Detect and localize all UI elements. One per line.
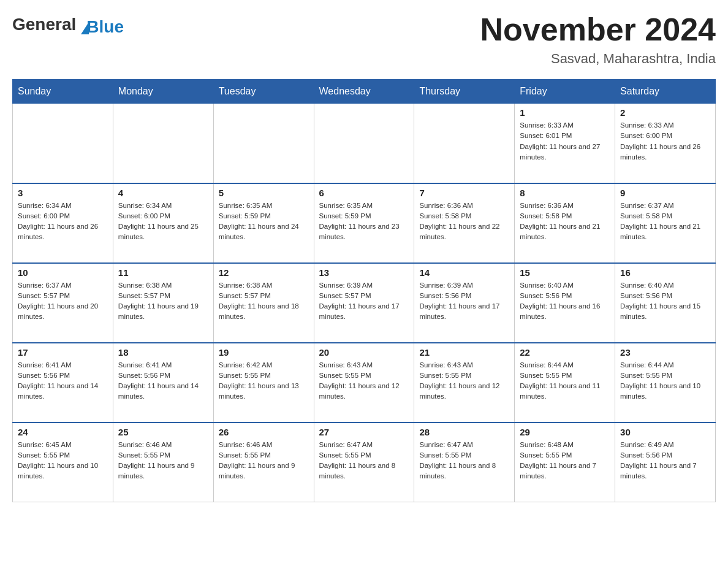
day-info: Sunrise: 6:49 AM Sunset: 5:56 PM Dayligh…	[620, 440, 710, 482]
day-number: 2	[620, 107, 710, 118]
logo-blue: Blue	[86, 17, 124, 37]
day-number: 19	[219, 347, 309, 358]
day-number: 11	[118, 267, 208, 278]
day-number: 25	[118, 427, 208, 437]
day-info: Sunrise: 6:36 AM Sunset: 5:58 PM Dayligh…	[419, 201, 509, 243]
day-info: Sunrise: 6:43 AM Sunset: 5:55 PM Dayligh…	[419, 360, 509, 402]
calendar-cell	[113, 104, 213, 183]
day-info: Sunrise: 6:38 AM Sunset: 5:57 PM Dayligh…	[219, 280, 309, 323]
day-info: Sunrise: 6:43 AM Sunset: 5:55 PM Dayligh…	[319, 360, 409, 402]
day-info: Sunrise: 6:47 AM Sunset: 5:55 PM Dayligh…	[319, 440, 409, 482]
calendar-day-header: Saturday	[615, 80, 716, 104]
day-info: Sunrise: 6:33 AM Sunset: 6:01 PM Dayligh…	[520, 120, 610, 163]
day-info: Sunrise: 6:36 AM Sunset: 5:58 PM Dayligh…	[520, 201, 610, 243]
calendar-cell: 19Sunrise: 6:42 AM Sunset: 5:55 PM Dayli…	[213, 343, 314, 423]
day-number: 6	[319, 188, 409, 198]
calendar-cell: 11Sunrise: 6:38 AM Sunset: 5:57 PM Dayli…	[113, 263, 213, 343]
day-number: 5	[219, 188, 309, 198]
calendar-cell: 7Sunrise: 6:36 AM Sunset: 5:58 PM Daylig…	[414, 183, 515, 263]
day-info: Sunrise: 6:35 AM Sunset: 5:59 PM Dayligh…	[219, 201, 309, 243]
calendar-cell: 2Sunrise: 6:33 AM Sunset: 6:00 PM Daylig…	[615, 104, 716, 183]
day-number: 26	[219, 427, 309, 437]
day-number: 20	[319, 347, 409, 358]
calendar-cell: 18Sunrise: 6:41 AM Sunset: 5:56 PM Dayli…	[113, 343, 213, 423]
day-number: 13	[319, 267, 409, 278]
calendar-cell: 6Sunrise: 6:35 AM Sunset: 5:59 PM Daylig…	[314, 183, 414, 263]
day-number: 10	[18, 267, 108, 278]
calendar-cell: 17Sunrise: 6:41 AM Sunset: 5:56 PM Dayli…	[13, 343, 113, 423]
calendar-cell	[213, 104, 314, 183]
day-info: Sunrise: 6:46 AM Sunset: 5:55 PM Dayligh…	[219, 440, 309, 482]
logo-general: General	[12, 15, 76, 34]
calendar-cell: 23Sunrise: 6:44 AM Sunset: 5:55 PM Dayli…	[615, 343, 716, 423]
calendar-cell: 12Sunrise: 6:38 AM Sunset: 5:57 PM Dayli…	[213, 263, 314, 343]
day-number: 4	[118, 188, 208, 198]
day-info: Sunrise: 6:39 AM Sunset: 5:56 PM Dayligh…	[419, 280, 509, 323]
calendar-week-row: 3Sunrise: 6:34 AM Sunset: 6:00 PM Daylig…	[13, 183, 716, 263]
day-number: 17	[18, 347, 108, 358]
day-info: Sunrise: 6:41 AM Sunset: 5:56 PM Dayligh…	[118, 360, 208, 402]
day-info: Sunrise: 6:47 AM Sunset: 5:55 PM Dayligh…	[419, 440, 509, 482]
day-number: 29	[520, 427, 610, 437]
calendar-cell: 27Sunrise: 6:47 AM Sunset: 5:55 PM Dayli…	[314, 423, 414, 502]
calendar-table: SundayMondayTuesdayWednesdayThursdayFrid…	[12, 79, 716, 502]
title-section: November 2024 Sasvad, Maharashtra, India	[480, 12, 716, 67]
day-number: 30	[620, 427, 710, 437]
day-info: Sunrise: 6:37 AM Sunset: 5:57 PM Dayligh…	[18, 280, 108, 323]
calendar-header-row: SundayMondayTuesdayWednesdayThursdayFrid…	[13, 80, 716, 104]
calendar-cell	[13, 104, 113, 183]
calendar-day-header: Tuesday	[213, 80, 314, 104]
calendar-day-header: Friday	[515, 80, 615, 104]
day-number: 16	[620, 267, 710, 278]
day-info: Sunrise: 6:38 AM Sunset: 5:57 PM Dayligh…	[118, 280, 208, 323]
day-info: Sunrise: 6:39 AM Sunset: 5:57 PM Dayligh…	[319, 280, 409, 323]
day-info: Sunrise: 6:48 AM Sunset: 5:55 PM Dayligh…	[520, 440, 610, 482]
calendar-cell	[314, 104, 414, 183]
day-number: 27	[319, 427, 409, 437]
calendar-week-row: 24Sunrise: 6:45 AM Sunset: 5:55 PM Dayli…	[13, 423, 716, 502]
day-info: Sunrise: 6:34 AM Sunset: 6:00 PM Dayligh…	[18, 201, 108, 243]
calendar-cell: 25Sunrise: 6:46 AM Sunset: 5:55 PM Dayli…	[113, 423, 213, 502]
logo: General Blue	[12, 12, 124, 37]
month-title: November 2024	[480, 12, 716, 47]
calendar-cell: 8Sunrise: 6:36 AM Sunset: 5:58 PM Daylig…	[515, 183, 615, 263]
calendar-cell: 4Sunrise: 6:34 AM Sunset: 6:00 PM Daylig…	[113, 183, 213, 263]
day-number: 28	[419, 427, 509, 437]
calendar-cell: 30Sunrise: 6:49 AM Sunset: 5:56 PM Dayli…	[615, 423, 716, 502]
day-number: 24	[18, 427, 108, 437]
calendar-week-row: 1Sunrise: 6:33 AM Sunset: 6:01 PM Daylig…	[13, 104, 716, 183]
day-number: 8	[520, 188, 610, 198]
calendar-day-header: Monday	[113, 80, 213, 104]
day-number: 18	[118, 347, 208, 358]
day-info: Sunrise: 6:45 AM Sunset: 5:55 PM Dayligh…	[18, 440, 108, 482]
calendar-cell: 3Sunrise: 6:34 AM Sunset: 6:00 PM Daylig…	[13, 183, 113, 263]
day-number: 23	[620, 347, 710, 358]
page-header: General Blue November 2024 Sasvad, Mahar…	[12, 12, 716, 67]
day-info: Sunrise: 6:37 AM Sunset: 5:58 PM Dayligh…	[620, 201, 710, 243]
day-info: Sunrise: 6:42 AM Sunset: 5:55 PM Dayligh…	[219, 360, 309, 402]
calendar-cell: 21Sunrise: 6:43 AM Sunset: 5:55 PM Dayli…	[414, 343, 515, 423]
day-number: 12	[219, 267, 309, 278]
calendar-week-row: 10Sunrise: 6:37 AM Sunset: 5:57 PM Dayli…	[13, 263, 716, 343]
day-number: 7	[419, 188, 509, 198]
day-info: Sunrise: 6:46 AM Sunset: 5:55 PM Dayligh…	[118, 440, 208, 482]
calendar-cell: 13Sunrise: 6:39 AM Sunset: 5:57 PM Dayli…	[314, 263, 414, 343]
day-info: Sunrise: 6:40 AM Sunset: 5:56 PM Dayligh…	[520, 280, 610, 323]
day-info: Sunrise: 6:34 AM Sunset: 6:00 PM Dayligh…	[118, 201, 208, 243]
calendar-week-row: 17Sunrise: 6:41 AM Sunset: 5:56 PM Dayli…	[13, 343, 716, 423]
calendar-cell: 20Sunrise: 6:43 AM Sunset: 5:55 PM Dayli…	[314, 343, 414, 423]
calendar-cell: 22Sunrise: 6:44 AM Sunset: 5:55 PM Dayli…	[515, 343, 615, 423]
location-title: Sasvad, Maharashtra, India	[480, 51, 716, 67]
calendar-cell: 14Sunrise: 6:39 AM Sunset: 5:56 PM Dayli…	[414, 263, 515, 343]
day-number: 9	[620, 188, 710, 198]
day-info: Sunrise: 6:33 AM Sunset: 6:00 PM Dayligh…	[620, 120, 710, 163]
day-number: 22	[520, 347, 610, 358]
calendar-cell: 16Sunrise: 6:40 AM Sunset: 5:56 PM Dayli…	[615, 263, 716, 343]
calendar-cell: 29Sunrise: 6:48 AM Sunset: 5:55 PM Dayli…	[515, 423, 615, 502]
day-number: 21	[419, 347, 509, 358]
day-number: 15	[520, 267, 610, 278]
day-info: Sunrise: 6:35 AM Sunset: 5:59 PM Dayligh…	[319, 201, 409, 243]
day-info: Sunrise: 6:41 AM Sunset: 5:56 PM Dayligh…	[18, 360, 108, 402]
calendar-cell: 5Sunrise: 6:35 AM Sunset: 5:59 PM Daylig…	[213, 183, 314, 263]
calendar-cell: 15Sunrise: 6:40 AM Sunset: 5:56 PM Dayli…	[515, 263, 615, 343]
